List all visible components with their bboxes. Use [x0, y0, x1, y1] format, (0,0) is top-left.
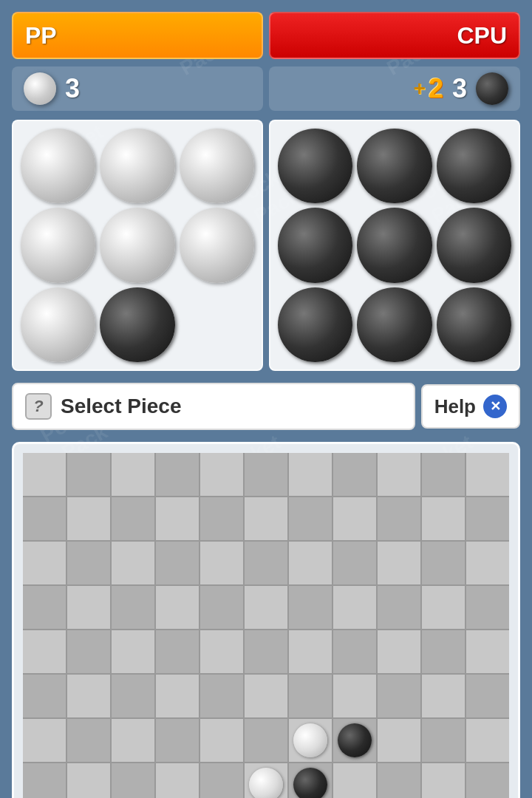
select-piece-label: Select Piece	[61, 395, 181, 418]
board-cell-1-4[interactable]	[200, 497, 243, 540]
board-cell-0-0[interactable]	[23, 453, 66, 496]
board-cell-3-5[interactable]	[245, 586, 287, 629]
board-cell-7-1[interactable]	[67, 763, 110, 798]
board-cell-5-5[interactable]	[245, 675, 287, 717]
board-cell-7-0[interactable]	[23, 763, 66, 798]
board-cell-7-7[interactable]	[333, 763, 376, 798]
board-ball-6-6	[293, 723, 327, 757]
board-cell-4-2[interactable]	[112, 630, 154, 673]
board-cell-7-8[interactable]	[378, 763, 420, 798]
board-cell-3-8[interactable]	[378, 586, 420, 629]
board-cell-4-10[interactable]	[466, 630, 509, 673]
board-cell-2-4[interactable]	[200, 542, 243, 584]
board-cell-0-2[interactable]	[112, 453, 154, 496]
board-cell-2-7[interactable]	[333, 542, 376, 584]
board-cell-6-1[interactable]	[67, 719, 110, 762]
board-cell-3-7[interactable]	[333, 586, 376, 629]
board-cell-3-1[interactable]	[67, 586, 110, 629]
board-cell-2-5[interactable]	[245, 542, 287, 584]
board-cell-5-0[interactable]	[23, 675, 66, 717]
board-cell-1-2[interactable]	[112, 497, 154, 540]
board-cell-2-6[interactable]	[289, 542, 332, 584]
board-cell-6-4[interactable]	[200, 719, 243, 762]
board-cell-3-0[interactable]	[23, 586, 66, 629]
board-cell-4-3[interactable]	[156, 630, 199, 673]
board-cell-1-9[interactable]	[422, 497, 465, 540]
board-cell-3-3[interactable]	[156, 586, 199, 629]
board-cell-6-6[interactable]	[289, 719, 332, 762]
close-button[interactable]: ✕	[483, 395, 507, 418]
board-cell-5-9[interactable]	[422, 675, 465, 717]
board-cell-2-10[interactable]	[466, 542, 509, 584]
board-cell-7-6[interactable]	[289, 763, 332, 798]
board-cell-3-4[interactable]	[200, 586, 243, 629]
board-cell-4-8[interactable]	[378, 630, 420, 673]
board-cell-6-9[interactable]	[422, 719, 465, 762]
board-cell-6-0[interactable]	[23, 719, 66, 762]
board-cell-1-1[interactable]	[67, 497, 110, 540]
board-cell-5-4[interactable]	[200, 675, 243, 717]
board-cell-4-5[interactable]	[245, 630, 287, 673]
board-cell-7-3[interactable]	[156, 763, 199, 798]
board-cell-6-2[interactable]	[112, 719, 154, 762]
board-cell-4-9[interactable]	[422, 630, 465, 673]
board-cell-0-7[interactable]	[333, 453, 376, 496]
board-cell-5-1[interactable]	[67, 675, 110, 717]
board-cell-6-10[interactable]	[466, 719, 509, 762]
board-cell-4-7[interactable]	[333, 630, 376, 673]
help-box[interactable]: Help ✕	[421, 384, 520, 429]
board-cell-5-3[interactable]	[156, 675, 199, 717]
board-cell-1-7[interactable]	[333, 497, 376, 540]
board-cell-7-4[interactable]	[200, 763, 243, 798]
board-cell-2-0[interactable]	[23, 542, 66, 584]
board-cell-4-6[interactable]	[289, 630, 332, 673]
player-bars: PP CPU	[12, 12, 520, 59]
board-cell-3-10[interactable]	[466, 586, 509, 629]
game-board[interactable]	[23, 453, 509, 798]
board-cell-6-3[interactable]	[156, 719, 199, 762]
board-cell-1-3[interactable]	[156, 497, 199, 540]
cpu-cell-1-2	[437, 208, 511, 282]
board-cell-0-3[interactable]	[156, 453, 199, 496]
board-cell-7-2[interactable]	[112, 763, 154, 798]
board-cell-2-3[interactable]	[156, 542, 199, 584]
board-cell-3-9[interactable]	[422, 586, 465, 629]
select-piece-box[interactable]: ? Select Piece	[12, 383, 415, 430]
board-cell-0-9[interactable]	[422, 453, 465, 496]
board-cell-1-10[interactable]	[466, 497, 509, 540]
board-cell-1-8[interactable]	[378, 497, 420, 540]
board-cell-3-6[interactable]	[289, 586, 332, 629]
board-cell-4-1[interactable]	[67, 630, 110, 673]
board-cell-2-8[interactable]	[378, 542, 420, 584]
cpu-bonus-badge: + 2	[414, 73, 443, 104]
board-cell-1-5[interactable]	[245, 497, 287, 540]
board-cell-2-2[interactable]	[112, 542, 154, 584]
board-cell-1-0[interactable]	[23, 497, 66, 540]
board-cell-3-2[interactable]	[112, 586, 154, 629]
board-cell-7-9[interactable]	[422, 763, 465, 798]
board-cell-0-6[interactable]	[289, 453, 332, 496]
board-cell-2-1[interactable]	[67, 542, 110, 584]
board-cell-0-10[interactable]	[466, 453, 509, 496]
board-cell-5-6[interactable]	[289, 675, 332, 717]
cpu-piece-grid	[278, 129, 511, 362]
board-cell-5-10[interactable]	[466, 675, 509, 717]
board-cell-5-2[interactable]	[112, 675, 154, 717]
board-cell-0-5[interactable]	[245, 453, 287, 496]
board-cell-5-7[interactable]	[333, 675, 376, 717]
board-cell-1-6[interactable]	[289, 497, 332, 540]
board-cell-6-5[interactable]	[245, 719, 287, 762]
board-cell-0-1[interactable]	[67, 453, 110, 496]
board-cell-4-0[interactable]	[23, 630, 66, 673]
board-cell-7-5[interactable]	[245, 763, 287, 798]
board-cell-5-8[interactable]	[378, 675, 420, 717]
board-cell-6-7[interactable]	[333, 719, 376, 762]
board-cell-2-9[interactable]	[422, 542, 465, 584]
board-cell-0-8[interactable]	[378, 453, 420, 496]
board-cell-7-10[interactable]	[466, 763, 509, 798]
board-cell-0-4[interactable]	[200, 453, 243, 496]
board-cell-4-4[interactable]	[200, 630, 243, 673]
game-container: PP CPU 3 + 2 3	[0, 0, 532, 798]
board-cell-6-8[interactable]	[378, 719, 420, 762]
pp-label: PP	[25, 22, 57, 50]
